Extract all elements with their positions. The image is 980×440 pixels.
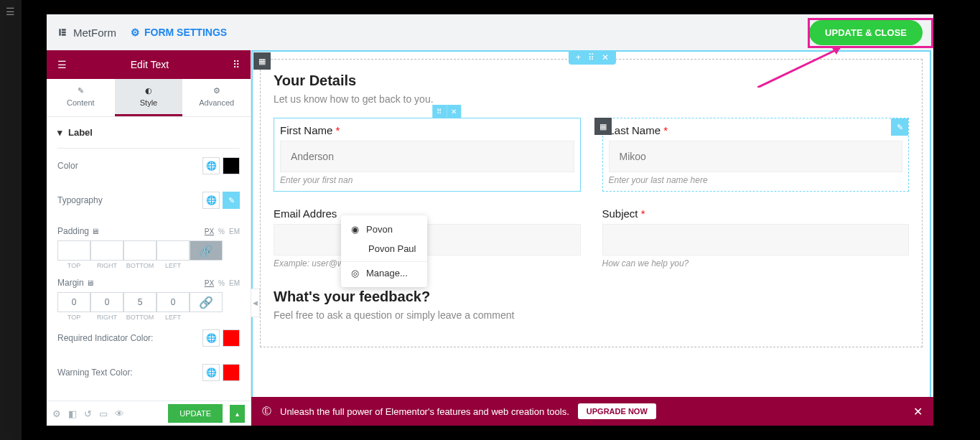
first-name-helper: Enter your first nan bbox=[280, 175, 574, 185]
globe-icon[interactable]: 🌐 bbox=[202, 157, 220, 174]
tab-advanced[interactable]: ⚙Advanced bbox=[182, 79, 251, 116]
first-name-widget[interactable]: First Name * Enter your first nan bbox=[274, 118, 581, 192]
preview-icon[interactable]: 👁 bbox=[115, 408, 124, 419]
padding-right-input[interactable] bbox=[90, 240, 123, 261]
elementor-icon bbox=[57, 27, 67, 37]
tab-style[interactable]: ◐Style bbox=[115, 79, 183, 116]
sidebar-header: ☰ Edit Text ⠿ bbox=[47, 50, 251, 79]
sidebar-collapse-toggle[interactable]: ◀ bbox=[251, 289, 260, 317]
metform-editor-modal: MetForm ⚙ FORM SETTINGS UPDATE & CLOSE ☰… bbox=[47, 14, 933, 426]
drag-handle-icon[interactable]: ▦ bbox=[594, 118, 612, 135]
color-swatch-red[interactable] bbox=[223, 329, 240, 347]
last-name-input[interactable] bbox=[609, 141, 903, 172]
autofill-dropdown[interactable]: ◉Povon Povon Paul ◎Manage... bbox=[341, 215, 427, 287]
typography-edit-button[interactable]: ✎ bbox=[223, 192, 240, 209]
last-name-helper: Enter your last name here bbox=[609, 175, 903, 185]
globe-icon[interactable]: 🌐 bbox=[202, 192, 220, 209]
color-swatch-red[interactable] bbox=[223, 364, 240, 381]
padding-left-input[interactable] bbox=[157, 240, 190, 261]
autofill-manage[interactable]: ◎Manage... bbox=[341, 261, 427, 283]
close-icon[interactable]: ✕ bbox=[602, 52, 609, 62]
section-subtitle: Let us know how to get back to you. bbox=[274, 93, 909, 105]
section-label[interactable]: ▾Label bbox=[57, 117, 240, 149]
form-canvas: + ⠿ ✕ ▦ Your Details Let us know how to … bbox=[251, 50, 933, 426]
margin-right-input[interactable] bbox=[90, 292, 123, 312]
required-asterisk: * bbox=[641, 207, 645, 220]
padding-bottom-input[interactable] bbox=[123, 240, 157, 261]
control-warning-color: Warning Text Color: 🌐 bbox=[57, 355, 240, 390]
hamburger-icon[interactable]: ☰ bbox=[57, 59, 67, 70]
update-close-button[interactable]: UPDATE & CLOSE bbox=[809, 20, 923, 45]
upgrade-now-button[interactable]: UPGRADE NOW bbox=[578, 403, 656, 419]
responsive-icon[interactable]: ▭ bbox=[99, 408, 108, 419]
globe-icon[interactable]: 🌐 bbox=[202, 364, 220, 381]
sidebar-footer: ⚙ ◧ ↺ ▭ 👁 UPDATE ▴ bbox=[47, 401, 251, 426]
sidebar-tabs: ✎Content ◐Style ⚙Advanced bbox=[47, 79, 251, 117]
section-title: Your Details bbox=[274, 72, 909, 89]
margin-top-input[interactable] bbox=[57, 292, 90, 312]
brand: MetForm bbox=[57, 27, 116, 39]
tab-content[interactable]: ✎Content bbox=[47, 79, 115, 116]
drag-handle-icon[interactable]: ▦ bbox=[253, 52, 271, 70]
margin-link-button[interactable]: 🔗 bbox=[190, 292, 223, 312]
user-icon: ◉ bbox=[351, 224, 359, 235]
control-color: Color 🌐 bbox=[57, 149, 240, 183]
padding-inputs: 🔗 bbox=[57, 240, 240, 261]
last-name-widget[interactable]: ▦ ✎ Last Name * Enter your last name her… bbox=[602, 118, 910, 192]
drag-icon[interactable]: ⠿ bbox=[432, 105, 447, 118]
control-typography: Typography 🌐 ✎ bbox=[57, 183, 240, 217]
form-settings-label: FORM SETTINGS bbox=[144, 27, 227, 38]
feedback-title: What's your feedback? bbox=[274, 289, 909, 305]
droplet-icon: ◐ bbox=[145, 86, 152, 95]
margin-inputs: 🔗 bbox=[57, 292, 240, 312]
close-icon[interactable]: ✕ bbox=[913, 405, 923, 418]
brand-label: MetForm bbox=[73, 27, 116, 39]
banner-text: Unleash the full power of Elementor's fe… bbox=[280, 406, 569, 417]
padding-top-input[interactable] bbox=[57, 240, 90, 261]
sidebar-title: Edit Text bbox=[131, 59, 169, 70]
autofill-option[interactable]: Povon Paul bbox=[341, 239, 427, 258]
pencil-icon: ✎ bbox=[78, 86, 84, 95]
required-asterisk: * bbox=[663, 124, 668, 136]
margin-units[interactable]: PX%EM bbox=[205, 279, 240, 287]
padding-link-button[interactable]: 🔗 bbox=[190, 240, 223, 261]
first-name-input[interactable] bbox=[280, 141, 574, 172]
color-swatch-black[interactable] bbox=[223, 157, 240, 174]
gear-icon: ⚙ bbox=[131, 27, 140, 38]
subject-input[interactable] bbox=[602, 224, 910, 256]
desktop-icon[interactable]: 🖥 bbox=[86, 278, 94, 287]
control-padding: Padding 🖥 PX%EM bbox=[57, 217, 240, 238]
globe-icon[interactable]: 🌐 bbox=[202, 329, 220, 347]
subject-widget[interactable]: Subject * How can we help you? bbox=[602, 207, 910, 268]
control-required-color: Required Indicator Color: 🌐 bbox=[57, 321, 240, 355]
gear-icon: ⚙ bbox=[213, 86, 220, 95]
style-panel: ▾Label Color 🌐 Typography 🌐 ✎ bbox=[47, 117, 251, 401]
control-margin: Margin 🖥 PX%EM bbox=[57, 269, 240, 289]
history-icon[interactable]: ↺ bbox=[84, 408, 92, 419]
elementor-icon: Ⓔ bbox=[262, 405, 271, 418]
desktop-icon[interactable]: 🖥 bbox=[91, 227, 99, 235]
add-icon[interactable]: + bbox=[576, 52, 581, 62]
padding-units[interactable]: PX%EM bbox=[205, 228, 240, 235]
section-toolbar[interactable]: + ⠿ ✕ bbox=[569, 50, 616, 65]
form-settings-link[interactable]: ⚙ FORM SETTINGS bbox=[131, 27, 227, 38]
upgrade-banner: Ⓔ Unleash the full power of Elementor's … bbox=[251, 397, 933, 426]
caret-down-icon: ▾ bbox=[57, 127, 62, 138]
autofill-option[interactable]: ◉Povon bbox=[341, 220, 427, 239]
feedback-subtitle: Feel free to ask a question or simply le… bbox=[274, 309, 909, 321]
subject-helper: How can we help you? bbox=[602, 258, 910, 268]
update-caret-button[interactable]: ▴ bbox=[230, 405, 245, 423]
update-button[interactable]: UPDATE bbox=[168, 404, 223, 423]
navigator-icon[interactable]: ◧ bbox=[68, 408, 77, 419]
settings-icon[interactable]: ⚙ bbox=[52, 408, 61, 419]
close-icon[interactable]: ✕ bbox=[447, 105, 461, 118]
editor-sidebar: ☰ Edit Text ⠿ ✎Content ◐Style ⚙Advanced … bbox=[47, 50, 251, 426]
edit-widget-button[interactable]: ✎ bbox=[891, 118, 908, 136]
chrome-icon: ◎ bbox=[351, 268, 359, 278]
margin-left-input[interactable] bbox=[157, 292, 190, 312]
apps-icon[interactable]: ⠿ bbox=[233, 59, 240, 70]
drag-icon[interactable]: ⠿ bbox=[588, 52, 594, 62]
modal-header: MetForm ⚙ FORM SETTINGS UPDATE & CLOSE bbox=[47, 14, 933, 50]
required-asterisk: * bbox=[336, 124, 340, 136]
margin-bottom-input[interactable] bbox=[123, 292, 157, 312]
